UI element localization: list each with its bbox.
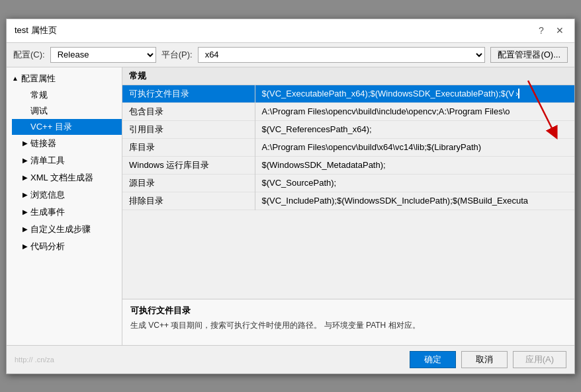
tree-group: 常规 调试 VC++ 目录 ▶ 链接器 ▶ 清单工具 ▶ XML 文档生成器 ▶ <box>12 87 122 255</box>
prop-value: A:\Program Files\opencv\build\include\op… <box>255 102 574 120</box>
platform-label: 平台(P): <box>161 49 193 61</box>
prop-value: A:\Program Files\opencv\build\x64\vc14\l… <box>255 138 574 156</box>
help-button[interactable]: ? <box>535 24 548 37</box>
property-table: 可执行文件目录 $(VC_ExecutablePath_x64);$(Windo… <box>122 85 574 210</box>
tree-manifest-arrow: ▶ <box>22 157 28 164</box>
tree-item-xmldoc[interactable]: ▶ XML 文档生成器 <box>12 169 122 186</box>
info-description: 生成 VC++ 项目期间，搜索可执行文件时使用的路径。 与环境变量 PATH 相… <box>130 319 566 331</box>
toolbar-row: 配置(C): Release 平台(P): x64 配置管理器(O)... <box>7 43 574 67</box>
info-panel: 可执行文件目录 生成 VC++ 项目期间，搜索可执行文件时使用的路径。 与环境变… <box>122 299 574 345</box>
close-button[interactable]: ✕ <box>553 24 566 37</box>
title-buttons: ? ✕ <box>535 24 566 37</box>
tree-item-buildevents[interactable]: ▶ 生成事件 <box>12 204 122 221</box>
main-area: ▲ 配置属性 常规 调试 VC++ 目录 ▶ 链接器 ▶ 清单工具 ▶ XML … <box>7 67 574 345</box>
prop-name: 源目录 <box>122 174 255 192</box>
tree-codeanalysis-arrow: ▶ <box>22 243 28 250</box>
prop-value: $(VC_ExecutablePath_x64);$(WindowsSDK_Ex… <box>255 85 574 103</box>
tree-root-label: 配置属性 <box>21 73 56 85</box>
tree-custombuild-arrow: ▶ <box>22 225 28 233</box>
tree-custombuild-label: 自定义生成步骤 <box>30 223 91 235</box>
right-wrapper: 常规 可执行文件目录 $(VC_ExecutablePath_x64);$(Wi… <box>122 67 574 345</box>
config-select[interactable]: Release <box>50 47 156 63</box>
table-row[interactable]: 排除目录 $(VC_IncludePath);$(WindowsSDK_Incl… <box>122 192 574 210</box>
tree-item-debug[interactable]: 调试 <box>12 103 122 119</box>
prop-name: 包含目录 <box>122 102 255 120</box>
tree-item-vcdirs[interactable]: VC++ 目录 <box>12 119 122 135</box>
tree-item-custombuild[interactable]: ▶ 自定义生成步骤 <box>12 221 122 238</box>
tree-buildevents-label: 生成事件 <box>30 206 65 218</box>
prop-value: $(VC_ReferencesPath_x64); <box>255 120 574 138</box>
tree-item-general[interactable]: 常规 <box>12 87 122 103</box>
tree-root-arrow: ▲ <box>12 75 19 82</box>
tree-xmldoc-arrow: ▶ <box>22 174 28 181</box>
prop-value: $(VC_SourcePath); <box>255 174 574 192</box>
tree-root[interactable]: ▲ 配置属性 <box>7 70 122 87</box>
left-panel: ▲ 配置属性 常规 调试 VC++ 目录 ▶ 链接器 ▶ 清单工具 ▶ XML … <box>7 67 122 345</box>
info-title: 可执行文件目录 <box>130 305 566 317</box>
right-panel: 常规 可执行文件目录 $(VC_ExecutablePath_x64);$(Wi… <box>122 67 574 299</box>
right-content: 常规 可执行文件目录 $(VC_ExecutablePath_x64);$(Wi… <box>122 67 574 299</box>
apply-button: 应用(A) <box>513 351 566 368</box>
table-row[interactable]: 包含目录 A:\Program Files\opencv\build\inclu… <box>122 102 574 120</box>
tree-buildevents-arrow: ▶ <box>22 208 28 216</box>
tree-linker-label: 链接器 <box>30 137 56 149</box>
tree-codeanalysis-label: 代码分析 <box>30 241 65 253</box>
tree-browse-arrow: ▶ <box>22 191 28 198</box>
config-manager-button[interactable]: 配置管理器(O)... <box>490 47 568 63</box>
title-bar: test 属性页 ? ✕ <box>7 19 574 43</box>
dialog: test 属性页 ? ✕ 配置(C): Release 平台(P): x64 配… <box>6 19 575 374</box>
prop-name: 引用目录 <box>122 120 255 138</box>
tree-manifest-label: 清单工具 <box>30 155 65 167</box>
prop-name: 库目录 <box>122 138 255 156</box>
table-row[interactable]: 源目录 $(VC_SourcePath); <box>122 174 574 192</box>
table-row[interactable]: 可执行文件目录 $(VC_ExecutablePath_x64);$(Windo… <box>122 85 574 103</box>
tree-browse-label: 浏览信息 <box>30 189 65 201</box>
tree-item-browse[interactable]: ▶ 浏览信息 <box>12 186 122 204</box>
tree-xmldoc-label: XML 文档生成器 <box>30 172 93 184</box>
table-row[interactable]: 引用目录 $(VC_ReferencesPath_x64); <box>122 120 574 138</box>
prop-name: Windows 运行库目录 <box>122 156 255 174</box>
prop-name: 可执行文件目录 <box>122 85 255 103</box>
platform-select[interactable]: x64 <box>198 47 486 63</box>
prop-value: $(VC_IncludePath);$(WindowsSDK_IncludePa… <box>255 192 574 210</box>
bottom-buttons: http:// .cn/za 确定 取消 应用(A) <box>7 345 574 373</box>
prop-value: $(WindowsSDK_MetadataPath); <box>255 156 574 174</box>
section-header: 常规 <box>122 67 574 85</box>
tree-item-codeanalysis[interactable]: ▶ 代码分析 <box>12 238 122 255</box>
prop-name: 排除目录 <box>122 192 255 210</box>
watermark-text: http:// .cn/za <box>15 356 404 364</box>
tree-linker-arrow: ▶ <box>22 139 28 147</box>
config-label: 配置(C): <box>13 49 45 61</box>
tree-item-manifest[interactable]: ▶ 清单工具 <box>12 152 122 169</box>
cancel-button[interactable]: 取消 <box>461 351 508 368</box>
ok-button[interactable]: 确定 <box>410 351 456 368</box>
table-row[interactable]: Windows 运行库目录 $(WindowsSDK_MetadataPath)… <box>122 156 574 174</box>
tree-item-linker[interactable]: ▶ 链接器 <box>12 135 122 152</box>
dialog-title: test 属性页 <box>15 24 57 36</box>
table-row[interactable]: 库目录 A:\Program Files\opencv\build\x64\vc… <box>122 138 574 156</box>
